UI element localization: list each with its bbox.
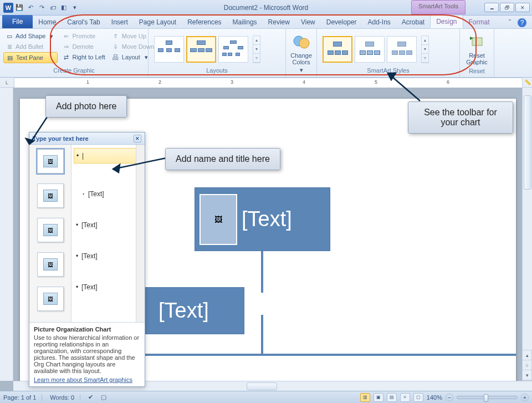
file-tab[interactable]: File	[2, 15, 33, 28]
browse-object-icon[interactable]: ○	[523, 360, 531, 370]
callout-see-toolbar: See the toolbar for your chart	[408, 101, 513, 134]
tab-format[interactable]: Format	[463, 16, 495, 28]
right-to-left-button[interactable]: ⇄Right to Left	[60, 52, 107, 62]
word-icon[interactable]: W	[3, 3, 13, 13]
qat-icon[interactable]: ◧	[59, 3, 69, 13]
zoom-in-button[interactable]: +	[521, 394, 529, 401]
svg-rect-2	[472, 38, 482, 45]
callout-add-name: Add name and title here	[165, 148, 280, 170]
smartart-node-top[interactable]: 🖼 [Text]	[195, 187, 330, 251]
prev-page-icon[interactable]: ▴	[523, 350, 531, 360]
ruler-toggle-icon[interactable]: 📏	[522, 78, 532, 88]
scroll-thumb[interactable]	[247, 382, 277, 390]
demote-button[interactable]: ⇒Demote	[60, 42, 107, 52]
zoom-level[interactable]: 140%	[427, 394, 442, 401]
node-text[interactable]: [Text]	[158, 299, 209, 323]
layouts-gallery	[152, 34, 250, 65]
save-icon[interactable]: 💾	[14, 3, 24, 13]
tab-selector[interactable]: L	[0, 78, 14, 88]
add-shape-icon: ▭	[6, 32, 13, 40]
tab-mailings[interactable]: Mailings	[227, 16, 263, 28]
next-page-icon[interactable]: ▾	[523, 370, 531, 380]
help-icon[interactable]: ?	[518, 18, 526, 27]
text-pane-thumbnails: 🖼 🖼 🖼 🖼 🖼	[29, 145, 71, 322]
list-item[interactable]: [Text]	[74, 280, 142, 294]
draft-view-icon[interactable]: ▢	[413, 393, 423, 402]
status-words[interactable]: Words: 0	[50, 394, 80, 401]
window-title: Document2 - Microsoft Word	[224, 4, 309, 12]
proofing-icon[interactable]: ✔	[88, 394, 93, 401]
vertical-ruler[interactable]	[0, 88, 13, 381]
restore-button[interactable]: 🗗	[500, 3, 514, 12]
tab-references[interactable]: References	[182, 16, 227, 28]
node-text[interactable]: [Text]	[242, 207, 292, 231]
web-layout-view-icon[interactable]: ▤	[387, 393, 397, 402]
status-page[interactable]: Page: 1 of 1	[3, 394, 42, 401]
reset-graphic-button[interactable]: Reset Graphic	[463, 31, 490, 68]
style-option-selected[interactable]	[323, 36, 352, 63]
add-shape-button[interactable]: ▭Add Shape▾	[3, 31, 58, 41]
tab-developer[interactable]: Developer	[321, 16, 362, 28]
picture-icon: 🖼	[43, 224, 58, 236]
outline-view-icon[interactable]: ≡	[400, 393, 410, 402]
layout-option[interactable]	[218, 36, 248, 63]
ribbon-minimize-icon[interactable]: ˇ	[505, 18, 514, 27]
zoom-out-button[interactable]: −	[446, 394, 453, 401]
ruler-scale[interactable]: 1 2 3 4 5 6	[14, 78, 522, 88]
gallery-up-icon[interactable]: ▴	[422, 36, 428, 45]
qat-icon[interactable]: 🏷	[48, 3, 58, 13]
gallery-more-icon[interactable]: ▿	[422, 54, 428, 63]
picture-placeholder[interactable]: 🖼	[200, 194, 237, 245]
gallery-down-icon[interactable]: ▾	[253, 45, 260, 54]
gallery-more-icon[interactable]: ▿	[253, 54, 260, 63]
shape-thumbnail[interactable]: 🖼	[37, 218, 64, 242]
undo-icon[interactable]: ↶	[25, 3, 35, 13]
picture-icon: 🖼	[43, 190, 58, 202]
group-caption: Layouts	[152, 67, 282, 76]
close-icon[interactable]: ✕	[134, 135, 141, 142]
full-screen-view-icon[interactable]: ▣	[374, 393, 383, 402]
tab-addins[interactable]: Add-Ins	[362, 16, 396, 28]
change-colors-button[interactable]: Change Colors ▾	[289, 31, 313, 76]
desc-body: Use to show hierarchical information or …	[34, 334, 139, 374]
shape-thumbnail[interactable]: 🖼	[37, 183, 64, 208]
tab-insert[interactable]: Insert	[106, 16, 134, 28]
gallery-up-icon[interactable]: ▴	[253, 36, 260, 45]
learn-more-link[interactable]: Learn more about SmartArt graphics	[34, 376, 140, 383]
gallery-down-icon[interactable]: ▾	[422, 45, 428, 54]
tab-acrobat[interactable]: Acrobat	[396, 16, 430, 28]
quick-access-toolbar: W 💾 ↶ ↷ 🏷 ◧ ▾	[3, 3, 80, 13]
tab-page-layout[interactable]: Page Layout	[134, 16, 182, 28]
zoom-slider-knob[interactable]	[484, 394, 488, 402]
layout-option-selected[interactable]	[186, 36, 216, 63]
minimize-button[interactable]: 🗕	[484, 3, 499, 12]
scroll-thumb[interactable]	[524, 95, 531, 190]
tab-home[interactable]: Home	[33, 16, 62, 28]
smartart-graphic[interactable]: 🖼 [Text] [Text]	[145, 187, 532, 391]
add-bullet-button[interactable]: ≣Add Bullet	[3, 42, 58, 52]
qat-customize-icon[interactable]: ▾	[70, 3, 80, 13]
print-layout-view-icon[interactable]: ▥	[360, 393, 370, 402]
zoom-slider[interactable]	[457, 396, 518, 399]
list-item[interactable]: [Text]	[74, 218, 142, 232]
rtl-icon: ⇄	[62, 53, 70, 61]
close-button[interactable]: ✕	[515, 3, 530, 12]
smartart-node-assistant[interactable]: [Text]	[145, 287, 244, 334]
list-item[interactable]: [Text]	[74, 187, 142, 201]
styles-gallery	[320, 34, 419, 65]
vertical-scrollbar[interactable]	[522, 88, 532, 381]
layout-option[interactable]	[154, 36, 184, 63]
tab-design[interactable]: Design	[430, 15, 463, 28]
style-option[interactable]	[355, 36, 385, 63]
style-option[interactable]	[387, 36, 417, 63]
list-item[interactable]: [Text]	[74, 249, 142, 263]
shape-thumbnail[interactable]: 🖼	[37, 287, 64, 311]
macro-icon[interactable]: ▢	[101, 394, 106, 401]
tab-carols[interactable]: Carol's Tab	[62, 16, 105, 28]
promote-button[interactable]: ⇐Promote	[60, 31, 107, 41]
tab-review[interactable]: Review	[263, 16, 295, 28]
text-pane-button[interactable]: ▤Text Pane	[3, 52, 58, 63]
shape-thumbnail[interactable]: 🖼	[37, 252, 64, 277]
redo-icon[interactable]: ↷	[37, 3, 47, 13]
tab-view[interactable]: View	[295, 16, 321, 28]
